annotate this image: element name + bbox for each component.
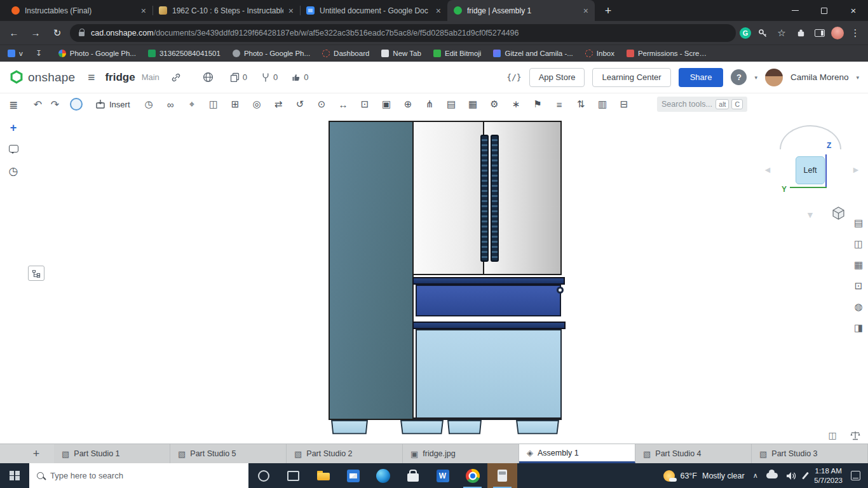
move-part-icon[interactable]: ⇄ — [270, 96, 287, 113]
tab-close-icon[interactable]: × — [583, 6, 588, 16]
redo-button[interactable]: ↷ — [46, 96, 64, 113]
window-minimize-button[interactable] — [780, 0, 810, 21]
add-tab-button[interactable]: + — [27, 444, 46, 463]
grammarly-extension-icon[interactable]: G — [740, 27, 751, 39]
bookmark-item[interactable]: Photo - Google Ph... — [58, 50, 136, 57]
reload-button[interactable]: ↻ — [48, 24, 66, 42]
fridge-foot[interactable] — [516, 420, 559, 434]
bookmark-item[interactable]: New Tab — [381, 50, 421, 57]
select-box-icon[interactable]: ⊡ — [356, 96, 374, 113]
likes-stat[interactable]: 0 — [292, 72, 308, 82]
ssl-lock-icon[interactable] — [79, 32, 85, 36]
rotate-part-icon[interactable]: ↺ — [292, 96, 309, 113]
fridge-foot[interactable] — [400, 420, 444, 434]
share-link-icon[interactable] — [171, 72, 181, 83]
bookmark-item[interactable]: Permissions - Scree... — [627, 50, 709, 57]
swap-instances-icon[interactable]: ⇅ — [573, 96, 590, 113]
fridge-foot[interactable] — [331, 420, 368, 434]
fridge-middle-rail[interactable] — [412, 277, 565, 285]
hamburger-menu-icon[interactable]: ≡ — [88, 71, 95, 85]
sync-status-icon[interactable] — [70, 98, 83, 111]
browser-profile-avatar[interactable] — [831, 27, 844, 39]
fridge-left-door[interactable] — [412, 121, 484, 275]
action-center-icon[interactable] — [851, 471, 860, 480]
user-name[interactable]: Camila Moreno — [790, 72, 849, 82]
tab-close-icon[interactable]: × — [288, 6, 294, 16]
fridge-drawer-knob[interactable] — [557, 287, 564, 294]
taskbar-search-input[interactable]: Type here to search — [29, 463, 248, 488]
transform-icon[interactable]: ↔ — [335, 96, 352, 113]
fridge-left-handle[interactable] — [480, 135, 489, 262]
document-tab[interactable]: ▧ Part Studio 4 — [635, 444, 752, 463]
versions-stat[interactable]: 0 — [261, 72, 278, 82]
pen-icon[interactable] — [802, 472, 808, 480]
structure-icon[interactable]: ⊟ — [616, 96, 633, 113]
group-icon[interactable]: ◫ — [205, 96, 222, 113]
derived-icon[interactable]: ⊕ — [400, 96, 417, 113]
browser-menu-icon[interactable]: ⋮ — [848, 25, 863, 41]
copies-stat[interactable]: 0 — [230, 72, 247, 82]
word-icon[interactable] — [428, 463, 458, 488]
edge-icon[interactable] — [368, 463, 398, 488]
replicate-icon[interactable]: ⋔ — [421, 96, 438, 113]
cortana-icon[interactable] — [248, 463, 278, 488]
document-tab[interactable]: ▧ Part Studio 5 — [170, 444, 287, 463]
tab-close-icon[interactable]: × — [436, 6, 441, 16]
snap-mode-icon[interactable]: ⊙ — [313, 96, 330, 113]
fridge-foot[interactable] — [447, 420, 482, 434]
configurations-panel-icon[interactable]: ◫ — [850, 236, 867, 252]
bookmark-item[interactable]: v — [8, 50, 23, 57]
document-tab[interactable]: ▧ Part Studio 3 — [752, 444, 868, 463]
document-tab[interactable]: ▣ fridge.jpg — [403, 444, 519, 463]
store-icon[interactable] — [398, 463, 428, 488]
volume-icon[interactable] — [786, 471, 796, 480]
display-states-icon[interactable]: ≡ — [551, 96, 568, 113]
section-view-panel-icon[interactable]: ⊡ — [850, 278, 867, 294]
fridge-right-handle[interactable] — [491, 135, 499, 262]
help-button[interactable]: ? — [731, 69, 747, 85]
mate-connector-icon[interactable]: ⌖ — [184, 96, 201, 113]
weather-widget[interactable]: 63°F Mostly clear — [663, 470, 744, 482]
taskbar-clock[interactable]: 1:18 AM 5/7/2023 — [814, 466, 843, 485]
appearance-panel-icon[interactable]: ◍ — [850, 299, 867, 315]
document-title[interactable]: fridge — [105, 71, 135, 84]
side-panel-icon[interactable] — [812, 25, 827, 41]
bookmark-item[interactable]: ↧ — [35, 50, 46, 57]
extensions-puzzle-icon[interactable] — [793, 25, 808, 41]
display-states-panel-icon[interactable]: ▦ — [850, 257, 867, 273]
linear-pattern-icon[interactable]: ⊞ — [227, 96, 244, 113]
fridge-middle-drawer[interactable] — [416, 285, 561, 316]
viewcube-down-arrow[interactable]: ▼ — [806, 210, 815, 220]
undo-button[interactable]: ↶ — [29, 96, 46, 113]
named-positions-icon[interactable]: ⚑ — [529, 96, 546, 113]
share-button[interactable]: Share — [679, 68, 724, 87]
version-history-icon[interactable]: ◷ — [5, 163, 22, 179]
feature-list-icon[interactable]: ≣ — [5, 97, 22, 113]
insert-button[interactable]: Insert — [89, 95, 137, 113]
browser-tab[interactable]: Instructables (Final) × — [5, 0, 153, 21]
circular-pattern-icon[interactable]: ◎ — [248, 96, 266, 113]
comments-icon[interactable] — [5, 140, 22, 157]
window-close-button[interactable]: × — [839, 0, 868, 21]
bookmark-item[interactable]: Dashboard — [322, 50, 369, 57]
onshape-wordmark[interactable]: onshape — [28, 71, 75, 85]
browser-tab[interactable]: fridge | Assembly 1 × — [447, 0, 595, 21]
explode-icon[interactable]: ∗ — [508, 96, 525, 113]
browser-tab[interactable]: 1962 C-10 : 6 Steps - Instructable × — [153, 0, 300, 21]
pattern-icon[interactable]: ▦ — [465, 96, 482, 113]
bom-icon[interactable]: ▥ — [594, 96, 611, 113]
snapshot-icon[interactable]: ◫ — [826, 430, 839, 441]
tray-expand-icon[interactable]: ∧ — [753, 471, 758, 480]
configurations-icon[interactable]: ⚙ — [486, 96, 503, 113]
onshape-logo-icon[interactable] — [9, 70, 24, 85]
viewcube-left-arrow[interactable]: ◄ — [763, 165, 772, 175]
bookmark-star-icon[interactable]: ☆ — [774, 25, 789, 41]
viewcube-face[interactable]: Left — [796, 156, 825, 184]
help-caret-icon[interactable]: ▾ — [754, 74, 757, 81]
bookmark-item[interactable]: Edit Bitmoji — [433, 50, 482, 57]
password-key-icon[interactable] — [755, 25, 770, 41]
insert-part-icon[interactable]: ▣ — [378, 96, 395, 113]
fridge-side-panel[interactable] — [329, 121, 414, 420]
bookmark-item[interactable]: 313625084041501 — [148, 50, 220, 57]
isometric-view-icon[interactable] — [832, 207, 845, 222]
